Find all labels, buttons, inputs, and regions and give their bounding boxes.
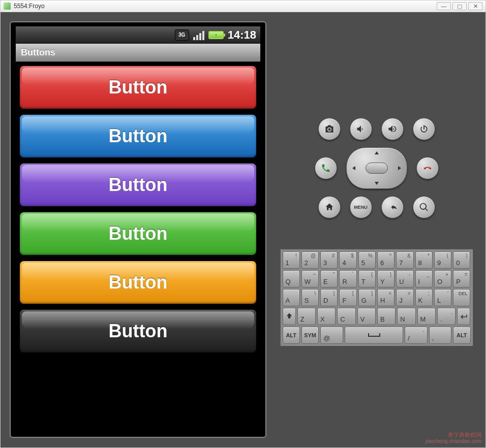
key-2[interactable]: @2 — [301, 251, 319, 269]
key-8[interactable]: *8 — [415, 251, 433, 269]
button-label: Button — [109, 174, 168, 196]
key-d[interactable]: |D — [320, 289, 338, 306]
power-button[interactable] — [413, 118, 435, 140]
key-k[interactable]: ;K — [415, 289, 433, 306]
key-0[interactable]: )0 — [453, 251, 470, 269]
key-sym[interactable]: SYM — [301, 327, 319, 344]
dpad-up-icon — [374, 150, 379, 155]
key-9[interactable]: (9 — [434, 251, 451, 269]
key-c[interactable]: C — [337, 308, 355, 325]
app-button-blue[interactable]: Button — [19, 114, 257, 158]
button-label: Button — [109, 77, 168, 98]
key-n[interactable]: N — [397, 308, 415, 325]
key-6[interactable]: ^6 — [377, 251, 394, 269]
camera-button[interactable] — [318, 118, 341, 140]
key-q[interactable]: Q — [283, 270, 300, 287]
key-w[interactable]: ~W — [301, 270, 319, 287]
window-title: 5554:Froyo — [14, 3, 45, 10]
window-titlebar[interactable]: 5554:Froyo — ▢ ✕ — [0, 0, 486, 12]
button-label: Button — [109, 223, 168, 244]
key-4[interactable]: $4 — [339, 251, 356, 269]
network-3g-icon: 3G — [175, 29, 189, 41]
key-f[interactable]: [F — [339, 289, 356, 306]
window-controls: — ▢ ✕ — [437, 2, 482, 10]
phone-frame: 3G 14:18 Buttons ButtonButtonButtonButto… — [10, 21, 266, 438]
key-7[interactable]: &7 — [396, 251, 413, 269]
app-body: ButtonButtonButtonButtonButtonButton — [16, 62, 260, 433]
key-r[interactable]: `R — [339, 270, 356, 287]
minimize-button[interactable]: — — [437, 2, 451, 10]
key-y[interactable]: }Y — [377, 270, 394, 287]
key-b[interactable]: B — [377, 308, 396, 325]
close-button[interactable]: ✕ — [468, 2, 482, 10]
os-window: 5554:Froyo — ▢ ✕ 3G 14:18 Buttons Button… — [0, 0, 486, 448]
app-icon — [4, 3, 11, 10]
key-l[interactable]: 'L — [434, 289, 451, 306]
app-title: Buttons — [21, 47, 55, 58]
back-button[interactable] — [381, 196, 404, 218]
key-o[interactable]: +O — [434, 270, 451, 287]
end-call-button[interactable] — [416, 157, 439, 179]
call-button[interactable] — [315, 157, 337, 179]
phone-screen: 3G 14:18 Buttons ButtonButtonButtonButto… — [16, 26, 260, 433]
key-a[interactable]: A — [283, 289, 300, 306]
dpad-down-icon — [374, 181, 379, 186]
key-comma[interactable]: , — [429, 327, 451, 344]
volume-down-button[interactable] — [350, 118, 372, 140]
key-enter[interactable] — [457, 308, 470, 325]
home-button[interactable] — [318, 196, 341, 218]
key-3[interactable]: #3 — [320, 251, 338, 269]
key-delete[interactable]: DEL — [453, 289, 470, 306]
key-m[interactable]: M — [417, 308, 436, 325]
button-label: Button — [109, 272, 168, 293]
app-button-red[interactable]: Button — [19, 65, 257, 110]
key-p[interactable]: =P — [453, 270, 470, 287]
key-x[interactable]: X — [317, 308, 336, 325]
key-alt-left[interactable]: ALT — [283, 327, 300, 344]
key-slash[interactable]: -/ — [405, 327, 427, 344]
search-button[interactable] — [413, 196, 435, 218]
key-e[interactable]: "E — [320, 270, 338, 287]
dpad-left-icon — [351, 166, 356, 171]
key-alt-right[interactable]: ALT — [453, 327, 470, 344]
key-shift[interactable] — [283, 308, 296, 325]
key-at[interactable]: @ — [320, 327, 343, 344]
dpad-right-icon — [397, 166, 402, 171]
key-t[interactable]: {T — [358, 270, 376, 287]
app-button-orange[interactable]: Button — [19, 260, 257, 305]
key-z[interactable]: Z — [297, 308, 316, 325]
hardware-controls: MENU — [315, 118, 439, 218]
button-label: Button — [109, 321, 168, 342]
key-1[interactable]: !1 — [283, 251, 300, 269]
key-u[interactable]: -U — [396, 270, 413, 287]
dpad[interactable] — [346, 147, 407, 189]
key-space[interactable] — [345, 327, 404, 344]
key-s[interactable]: \S — [301, 289, 319, 306]
emulator-shell: 3G 14:18 Buttons ButtonButtonButtonButto… — [0, 12, 486, 448]
dpad-center-button[interactable] — [366, 163, 388, 174]
clock-text: 14:18 — [228, 28, 256, 42]
button-label: Button — [109, 125, 168, 147]
app-button-black[interactable]: Button — [19, 309, 257, 354]
battery-icon — [208, 31, 224, 39]
key-v[interactable]: V — [357, 308, 376, 325]
volume-up-button[interactable] — [381, 118, 404, 140]
key-5[interactable]: %5 — [358, 251, 376, 269]
key-i[interactable]: _I — [415, 270, 433, 287]
maximize-button[interactable]: ▢ — [452, 2, 467, 10]
app-button-green[interactable]: Button — [19, 211, 257, 256]
key-.[interactable]: ,. — [437, 308, 455, 325]
key-g[interactable]: ]G — [358, 289, 376, 306]
emulator-keyboard: !1@2#3$4%5^6&7*8(9)0Q~W"E`R{T}Y-U_I+O=PA… — [280, 249, 473, 346]
app-button-purple[interactable]: Button — [19, 163, 257, 207]
menu-button[interactable]: MENU — [350, 196, 372, 218]
key-j[interactable]: >J — [396, 289, 413, 306]
watermark: 查字典教程网 jiaocheng.chazidian.com — [426, 432, 481, 444]
key-h[interactable]: <H — [377, 289, 394, 306]
signal-bars-icon — [193, 30, 204, 40]
app-title-bar: Buttons — [16, 44, 260, 62]
emulator-side-panel: MENU !1@2#3$4%5^6&7*8(9)0Q~W"E`R{T}Y-U_I… — [277, 21, 476, 438]
status-bar: 3G 14:18 — [16, 26, 260, 44]
